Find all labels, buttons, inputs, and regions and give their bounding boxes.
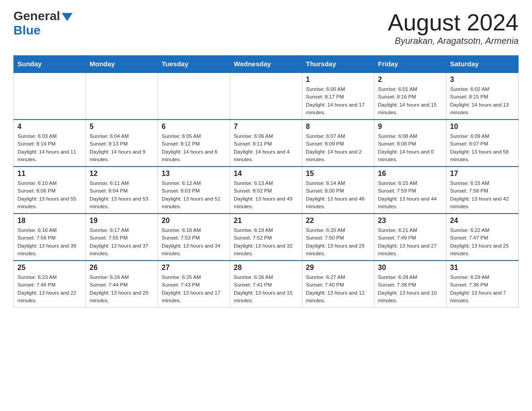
day-info: Sunrise: 6:07 AM Sunset: 8:09 PM Dayligh… bbox=[306, 133, 370, 163]
table-row: 16Sunrise: 6:15 AM Sunset: 7:59 PM Dayli… bbox=[374, 167, 446, 214]
day-number: 28 bbox=[234, 264, 298, 272]
day-info: Sunrise: 6:12 AM Sunset: 8:03 PM Dayligh… bbox=[162, 180, 226, 210]
weekday-header-tuesday: Tuesday bbox=[158, 56, 230, 73]
day-number: 9 bbox=[378, 123, 442, 131]
table-row bbox=[14, 73, 86, 120]
day-number: 3 bbox=[450, 76, 515, 84]
table-row: 27Sunrise: 6:25 AM Sunset: 7:43 PM Dayli… bbox=[158, 261, 230, 308]
calendar-table: SundayMondayTuesdayWednesdayThursdayFrid… bbox=[13, 55, 519, 308]
day-number: 22 bbox=[306, 217, 370, 225]
day-number: 18 bbox=[17, 217, 82, 225]
table-row: 29Sunrise: 6:27 AM Sunset: 7:40 PM Dayli… bbox=[302, 261, 374, 308]
table-row: 15Sunrise: 6:14 AM Sunset: 8:00 PM Dayli… bbox=[302, 167, 374, 214]
calendar-week-row: 25Sunrise: 6:23 AM Sunset: 7:46 PM Dayli… bbox=[14, 261, 519, 308]
day-number: 12 bbox=[90, 170, 154, 178]
table-row: 20Sunrise: 6:18 AM Sunset: 7:53 PM Dayli… bbox=[158, 214, 230, 261]
weekday-header-wednesday: Wednesday bbox=[230, 56, 302, 73]
day-info: Sunrise: 6:18 AM Sunset: 7:53 PM Dayligh… bbox=[162, 227, 226, 257]
day-info: Sunrise: 6:29 AM Sunset: 7:36 PM Dayligh… bbox=[450, 274, 515, 304]
title-area: August 2024 Byurakan, Aragatsotn, Armeni… bbox=[388, 9, 519, 46]
calendar-week-row: 18Sunrise: 6:16 AM Sunset: 7:56 PM Dayli… bbox=[14, 214, 519, 261]
table-row: 4Sunrise: 6:03 AM Sunset: 8:14 PM Daylig… bbox=[14, 120, 86, 167]
table-row: 13Sunrise: 6:12 AM Sunset: 8:03 PM Dayli… bbox=[158, 167, 230, 214]
table-row: 19Sunrise: 6:17 AM Sunset: 7:55 PM Dayli… bbox=[86, 214, 158, 261]
day-number: 17 bbox=[450, 170, 515, 178]
calendar-week-row: 4Sunrise: 6:03 AM Sunset: 8:14 PM Daylig… bbox=[14, 120, 519, 167]
day-number: 23 bbox=[378, 217, 442, 225]
calendar-week-row: 11Sunrise: 6:10 AM Sunset: 8:06 PM Dayli… bbox=[14, 167, 519, 214]
day-info: Sunrise: 6:22 AM Sunset: 7:47 PM Dayligh… bbox=[450, 227, 515, 257]
weekday-header-thursday: Thursday bbox=[302, 56, 374, 73]
location-text: Byurakan, Aragatsotn, Armenia bbox=[388, 36, 519, 46]
table-row: 26Sunrise: 6:24 AM Sunset: 7:44 PM Dayli… bbox=[86, 261, 158, 308]
day-info: Sunrise: 6:19 AM Sunset: 7:52 PM Dayligh… bbox=[234, 227, 298, 257]
table-row: 21Sunrise: 6:19 AM Sunset: 7:52 PM Dayli… bbox=[230, 214, 302, 261]
table-row: 1Sunrise: 6:00 AM Sunset: 8:17 PM Daylig… bbox=[302, 73, 374, 120]
table-row: 28Sunrise: 6:26 AM Sunset: 7:41 PM Dayli… bbox=[230, 261, 302, 308]
day-number: 26 bbox=[90, 264, 154, 272]
table-row bbox=[158, 73, 230, 120]
day-number: 11 bbox=[17, 170, 82, 178]
weekday-header-sunday: Sunday bbox=[14, 56, 86, 73]
page-header: General Blue August 2024 Byurakan, Araga… bbox=[13, 9, 519, 46]
day-number: 29 bbox=[306, 264, 370, 272]
day-number: 5 bbox=[90, 123, 154, 131]
day-info: Sunrise: 6:01 AM Sunset: 8:16 PM Dayligh… bbox=[378, 86, 442, 116]
logo-general-text: General bbox=[13, 9, 73, 23]
day-info: Sunrise: 6:16 AM Sunset: 7:56 PM Dayligh… bbox=[17, 227, 82, 257]
day-number: 16 bbox=[378, 170, 442, 178]
day-info: Sunrise: 6:14 AM Sunset: 8:00 PM Dayligh… bbox=[306, 180, 370, 210]
month-title: August 2024 bbox=[388, 9, 519, 36]
day-number: 15 bbox=[306, 170, 370, 178]
table-row: 25Sunrise: 6:23 AM Sunset: 7:46 PM Dayli… bbox=[14, 261, 86, 308]
day-info: Sunrise: 6:10 AM Sunset: 8:06 PM Dayligh… bbox=[17, 180, 82, 210]
day-number: 2 bbox=[378, 76, 442, 84]
weekday-header-saturday: Saturday bbox=[446, 56, 519, 73]
day-info: Sunrise: 6:27 AM Sunset: 7:40 PM Dayligh… bbox=[306, 274, 370, 304]
day-number: 6 bbox=[162, 123, 226, 131]
day-number: 31 bbox=[450, 264, 515, 272]
table-row: 12Sunrise: 6:11 AM Sunset: 8:04 PM Dayli… bbox=[86, 167, 158, 214]
table-row: 6Sunrise: 6:05 AM Sunset: 8:12 PM Daylig… bbox=[158, 120, 230, 167]
day-info: Sunrise: 6:21 AM Sunset: 7:49 PM Dayligh… bbox=[378, 227, 442, 257]
table-row: 10Sunrise: 6:09 AM Sunset: 8:07 PM Dayli… bbox=[446, 120, 519, 167]
table-row: 30Sunrise: 6:28 AM Sunset: 7:38 PM Dayli… bbox=[374, 261, 446, 308]
table-row: 24Sunrise: 6:22 AM Sunset: 7:47 PM Dayli… bbox=[446, 214, 519, 261]
day-info: Sunrise: 6:25 AM Sunset: 7:43 PM Dayligh… bbox=[162, 274, 226, 304]
day-info: Sunrise: 6:06 AM Sunset: 8:11 PM Dayligh… bbox=[234, 133, 298, 163]
day-number: 13 bbox=[162, 170, 226, 178]
table-row: 9Sunrise: 6:08 AM Sunset: 8:08 PM Daylig… bbox=[374, 120, 446, 167]
day-number: 19 bbox=[90, 217, 154, 225]
day-number: 27 bbox=[162, 264, 226, 272]
day-number: 7 bbox=[234, 123, 298, 131]
weekday-header-row: SundayMondayTuesdayWednesdayThursdayFrid… bbox=[14, 56, 519, 73]
table-row: 2Sunrise: 6:01 AM Sunset: 8:16 PM Daylig… bbox=[374, 73, 446, 120]
day-number: 14 bbox=[234, 170, 298, 178]
day-number: 4 bbox=[17, 123, 82, 131]
day-info: Sunrise: 6:11 AM Sunset: 8:04 PM Dayligh… bbox=[90, 180, 154, 210]
day-number: 30 bbox=[378, 264, 442, 272]
table-row bbox=[86, 73, 158, 120]
table-row: 22Sunrise: 6:20 AM Sunset: 7:50 PM Dayli… bbox=[302, 214, 374, 261]
table-row: 31Sunrise: 6:29 AM Sunset: 7:36 PM Dayli… bbox=[446, 261, 519, 308]
day-info: Sunrise: 6:15 AM Sunset: 7:59 PM Dayligh… bbox=[378, 180, 442, 210]
day-number: 21 bbox=[234, 217, 298, 225]
logo: General Blue bbox=[13, 9, 73, 38]
table-row: 5Sunrise: 6:04 AM Sunset: 8:13 PM Daylig… bbox=[86, 120, 158, 167]
table-row: 18Sunrise: 6:16 AM Sunset: 7:56 PM Dayli… bbox=[14, 214, 86, 261]
day-info: Sunrise: 6:24 AM Sunset: 7:44 PM Dayligh… bbox=[90, 274, 154, 304]
day-info: Sunrise: 6:20 AM Sunset: 7:50 PM Dayligh… bbox=[306, 227, 370, 257]
table-row: 11Sunrise: 6:10 AM Sunset: 8:06 PM Dayli… bbox=[14, 167, 86, 214]
day-number: 20 bbox=[162, 217, 226, 225]
day-info: Sunrise: 6:17 AM Sunset: 7:55 PM Dayligh… bbox=[90, 227, 154, 257]
table-row: 23Sunrise: 6:21 AM Sunset: 7:49 PM Dayli… bbox=[374, 214, 446, 261]
day-number: 1 bbox=[306, 76, 370, 84]
day-info: Sunrise: 6:04 AM Sunset: 8:13 PM Dayligh… bbox=[90, 133, 154, 163]
logo-blue-text: Blue bbox=[13, 23, 41, 38]
day-number: 8 bbox=[306, 123, 370, 131]
day-info: Sunrise: 6:13 AM Sunset: 8:02 PM Dayligh… bbox=[234, 180, 298, 210]
table-row: 3Sunrise: 6:02 AM Sunset: 8:15 PM Daylig… bbox=[446, 73, 519, 120]
day-info: Sunrise: 6:23 AM Sunset: 7:46 PM Dayligh… bbox=[17, 274, 82, 304]
day-info: Sunrise: 6:05 AM Sunset: 8:12 PM Dayligh… bbox=[162, 133, 226, 163]
day-info: Sunrise: 6:28 AM Sunset: 7:38 PM Dayligh… bbox=[378, 274, 442, 304]
